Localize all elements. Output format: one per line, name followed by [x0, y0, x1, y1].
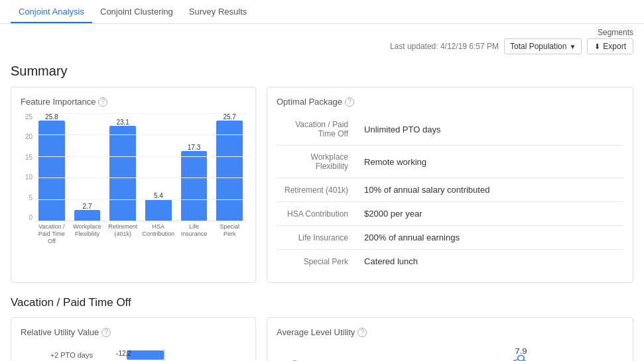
- opt-row-hsa: HSA Contribution $2000 per year: [277, 202, 623, 226]
- relative-utility-panel: Relative Utility Value ? +2 PTO days -12…: [11, 317, 256, 361]
- feature-importance-info-icon[interactable]: ?: [98, 97, 107, 107]
- relative-utility-title: Relative Utility Value ?: [21, 327, 246, 337]
- avg-level-utility-panel: Average Level Utility ?: [267, 317, 633, 361]
- top-panels: Feature Importance ? 25 20 15 10 5 0: [11, 87, 633, 283]
- svg-text:7.9: 7.9: [515, 347, 527, 356]
- main-content: Summary Feature Importance ? 25 20 15 10…: [0, 58, 644, 361]
- x-label-special: SpecialPerk: [213, 221, 246, 236]
- x-label-hsa: HSAContribution: [142, 221, 175, 236]
- bar-hsa: 5.4: [142, 113, 175, 221]
- feature-importance-title: Feature Importance ?: [21, 97, 246, 107]
- optimal-package-table: Vacation / PaidTime Off Unlimited PTO da…: [277, 113, 623, 273]
- tab-conjoint-clustering[interactable]: Conjoint Clustering: [92, 1, 181, 23]
- bottom-panels: Relative Utility Value ? +2 PTO days -12…: [11, 317, 633, 361]
- relative-utility-info-icon[interactable]: ?: [101, 328, 111, 337]
- tab-conjoint-analysis[interactable]: Conjoint Analysis: [11, 1, 92, 23]
- optimal-package-panel: Optimal Package ? Vacation / PaidTime Of…: [267, 87, 633, 283]
- opt-row-life: Life Insurance 200% of annual earnings: [277, 226, 623, 250]
- y-tick-20: 20: [25, 133, 32, 140]
- page-title: Summary: [11, 64, 633, 79]
- nav-bar: Conjoint Analysis Conjoint Clustering Su…: [0, 0, 644, 24]
- y-tick-25: 25: [25, 113, 32, 121]
- bar-life-insurance: 17.3: [178, 113, 211, 221]
- y-tick-5: 5: [29, 194, 32, 201]
- chevron-down-icon: ▼: [569, 43, 576, 50]
- segment-dropdown[interactable]: Total Population ▼: [504, 38, 582, 54]
- feature-importance-panel: Feature Importance ? 25 20 15 10 5 0: [11, 87, 256, 283]
- optimal-package-title: Optimal Package ?: [277, 97, 623, 107]
- export-button[interactable]: ⬇ Export: [587, 38, 633, 54]
- tab-survey-results[interactable]: Survey Results: [181, 1, 255, 23]
- last-updated: Last updated: 4/12/19 6:57 PM: [390, 42, 499, 51]
- y-tick-10: 10: [25, 174, 32, 181]
- x-label-workplace: WorkplaceFlexibility: [71, 221, 104, 236]
- opt-row-retirement: Retirement (401k) 10% of annual salary c…: [277, 178, 623, 202]
- opt-row-special: Special Perk Catered lunch: [277, 250, 623, 274]
- opt-row-workplace: WorkplaceFlexibility Remote working: [277, 146, 623, 178]
- optimal-package-info-icon[interactable]: ?: [345, 97, 354, 107]
- x-label-life: LifeInsurance: [178, 221, 211, 236]
- line-chart: 5 0 -5 -7.1 1.2 7.9 -2.1: [277, 344, 623, 361]
- vacation-section-title: Vacation / Paid Time Off: [11, 296, 633, 309]
- bar-vacation: 25.8: [35, 113, 68, 221]
- avg-level-utility-title: Average Level Utility ?: [277, 327, 623, 337]
- x-label-retirement: Retirement(401k): [106, 221, 139, 236]
- bar-special-perk: 25.7: [213, 113, 246, 221]
- svg-point-8: [518, 356, 525, 361]
- opt-row-vacation: Vacation / PaidTime Off Unlimited PTO da…: [277, 113, 623, 146]
- bar-workplace: 2.7: [71, 113, 104, 221]
- download-icon: ⬇: [594, 42, 600, 51]
- export-label: Export: [603, 42, 626, 51]
- h-bar-chart: +2 PTO days -12.2 +5 PTO days: [21, 344, 246, 361]
- h-bar-row-1: +2 PTO days -12.2: [21, 349, 246, 361]
- avg-level-utility-info-icon[interactable]: ?: [357, 328, 367, 337]
- x-label-vacation: Vacation /Paid TimeOff: [35, 221, 68, 236]
- y-tick-0: 0: [29, 214, 32, 221]
- y-tick-15: 15: [25, 154, 32, 161]
- segment-value: Total Population: [510, 42, 566, 51]
- line-chart-svg: 5 0 -5 -7.1 1.2 7.9 -2.1: [277, 344, 623, 361]
- segments-label-header: Segments: [598, 28, 633, 37]
- bar-retirement: 23.1: [106, 113, 139, 221]
